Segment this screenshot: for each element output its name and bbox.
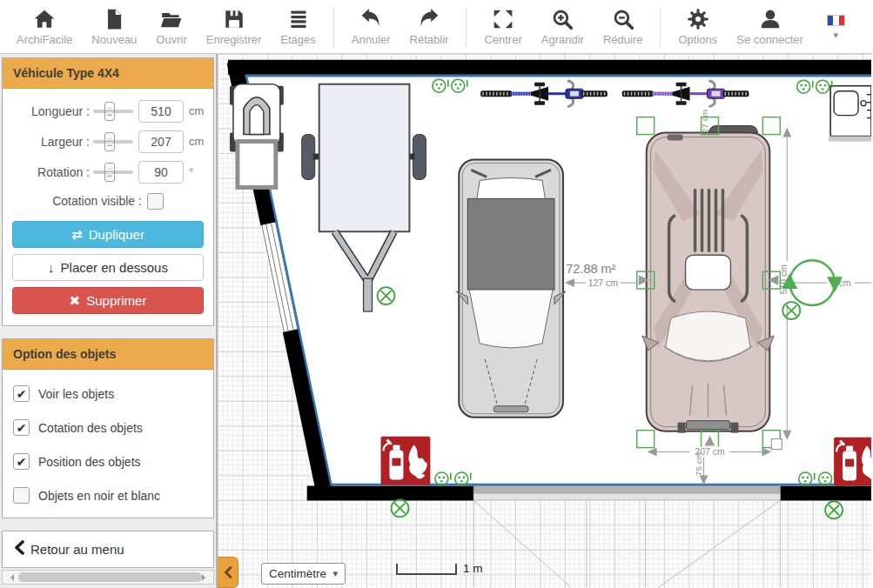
cotation-des-objets-checkbox[interactable]: ✔	[13, 419, 30, 436]
toolbar-item-agrandir[interactable]: Agrandir	[532, 1, 594, 53]
option-label: Cotation des objets	[38, 421, 143, 435]
vehicle-panel-title: Véhicule Type 4X4	[3, 58, 213, 89]
length-input[interactable]	[138, 100, 184, 123]
wall-bottom-left[interactable]	[307, 485, 473, 500]
delete-button-label: Supprimer	[86, 293, 146, 308]
object-options-body: ✔ Voir les objets ✔ Cotation des objets …	[3, 370, 213, 518]
scale-label: 1 m	[463, 562, 483, 575]
zoom-in-icon	[551, 8, 574, 30]
delete-x-icon: ✖	[70, 293, 81, 309]
language-selector[interactable]: ▾	[827, 15, 845, 38]
gap-bottom-dimension: 75 cm	[694, 452, 703, 476]
width-input[interactable]	[138, 130, 184, 153]
option-label: Position des objets	[38, 455, 141, 469]
zoom-out-icon	[612, 8, 635, 30]
option-row-objets-noir-et-blanc: Objets en noir et blanc	[3, 478, 213, 512]
duplicate-button-label: Dupliquer	[89, 227, 144, 242]
circled-x-icon[interactable]	[825, 501, 843, 518]
width-slider[interactable]	[93, 132, 133, 151]
rotation-slider[interactable]	[93, 163, 133, 182]
garage-door-swing-lines	[473, 500, 780, 587]
unit-dropdown[interactable]: Centimètre ▾	[261, 563, 346, 585]
vehicle-panel: Véhicule Type 4X4 Longueur : cm Largeur …	[2, 57, 214, 326]
length-slider[interactable]	[93, 102, 133, 121]
option-row-position-des-objets: ✔ Position des objets	[3, 444, 213, 478]
slider-handle[interactable]	[104, 102, 115, 121]
toolbar-item-label: Agrandir	[541, 33, 584, 46]
back-to-menu-button[interactable]: Retour au menu	[2, 531, 214, 568]
toolbar-item-se-connecter[interactable]: Se connecter	[727, 1, 813, 53]
vehicle-panel-body: Longueur : cm Largeur : cm Rotation : °	[3, 89, 213, 325]
toolbar-item-annuler[interactable]: Annuler	[342, 1, 400, 53]
floor-plan-canvas[interactable]: 72.88 m² 127 cm 510 cm 4 cm 2	[218, 54, 871, 588]
gap-left-dimension: 127 cm	[588, 278, 619, 288]
objets-noir-et-blanc-checkbox[interactable]	[13, 487, 30, 504]
sidebar-horizontal-scrollbar[interactable]	[2, 570, 214, 585]
rotation-field-row: Rotation : °	[3, 157, 213, 187]
toolbar-item-label: Annuler	[352, 33, 391, 46]
scroll-left-arrow-icon[interactable]	[7, 574, 14, 581]
place-below-button[interactable]: ↓ Placer en dessous	[12, 254, 204, 281]
chevron-down-icon: ▾	[834, 31, 839, 38]
toolbar-item-label: Enregistrer	[206, 33, 262, 46]
rotation-input[interactable]	[138, 161, 184, 184]
toolbar-item-label: Rétablir	[410, 33, 449, 46]
unit-dropdown-value: Centimètre	[269, 567, 326, 580]
option-row-cotation-des-objets: ✔ Cotation des objets	[3, 411, 213, 444]
scroll-right-arrow-icon[interactable]	[202, 574, 209, 581]
down-arrow-icon: ↓	[48, 260, 55, 275]
toolbar-item-label: Options	[678, 33, 717, 46]
position-des-objets-checkbox[interactable]: ✔	[13, 453, 30, 470]
scale-bar	[396, 564, 457, 575]
toolbar-item-centrer[interactable]: Centrer	[474, 1, 531, 53]
vehicle-4x4-selected[interactable]	[642, 126, 775, 433]
width-field-row: Largeur : cm	[3, 126, 213, 157]
cotation-visible-row: Cotation visible :	[3, 187, 213, 215]
scrollbar-thumb[interactable]	[18, 572, 202, 582]
cotation-visible-checkbox[interactable]	[147, 193, 164, 210]
user-icon	[759, 8, 782, 30]
delete-button[interactable]: ✖ Supprimer	[12, 287, 204, 314]
toolbar-item-label: Centrer	[484, 33, 521, 46]
wall-bottom-right[interactable]	[780, 485, 871, 500]
width-label: Largeur :	[10, 135, 93, 149]
length-field-row: Longueur : cm	[3, 96, 213, 126]
garage-door[interactable]	[473, 485, 780, 499]
toolbar-item-etages[interactable]: Etages	[271, 1, 325, 53]
sidebar: Véhicule Type 4X4 Longueur : cm Largeur …	[0, 54, 218, 588]
toolbar-item-enregistrer[interactable]: Enregistrer	[197, 1, 272, 53]
toolbar-item-archifacile[interactable]: ArchiFacile	[7, 1, 82, 53]
toolbar-item-label: Nouveau	[91, 33, 137, 46]
object-options-title: Option des objets	[3, 339, 213, 370]
toolbar-item-reduire[interactable]: Réduire	[594, 1, 653, 53]
duplicate-icon: ⇄	[71, 227, 83, 243]
slider-handle[interactable]	[104, 163, 115, 182]
toolbar-item-label: Réduire	[603, 33, 643, 46]
fire-extinguisher-sign-right[interactable]	[834, 438, 871, 486]
sink[interactable]	[829, 86, 871, 142]
home-icon	[33, 8, 56, 30]
place-below-button-label: Placer en dessous	[61, 260, 168, 275]
toolbar-item-options[interactable]: Options	[668, 1, 727, 53]
slider-handle[interactable]	[104, 132, 115, 151]
rotation-unit: °	[189, 165, 193, 178]
sidebar-collapse-tab[interactable]	[218, 557, 238, 588]
toolbar-item-label: Ouvrir	[156, 33, 186, 46]
duplicate-button[interactable]: ⇄ Dupliquer	[12, 221, 204, 248]
ride-on-mower[interactable]	[230, 84, 284, 188]
redo-icon	[418, 8, 440, 30]
center-icon	[492, 8, 514, 30]
french-flag-icon	[827, 15, 845, 26]
toolbar-item-retablir[interactable]: Rétablir	[400, 1, 459, 53]
toolbar-item-nouveau[interactable]: Nouveau	[82, 1, 146, 53]
chevron-down-icon: ▾	[332, 568, 338, 579]
toolbar-separator	[333, 7, 334, 47]
toolbar-item-ouvrir[interactable]: Ouvrir	[146, 1, 196, 53]
voir-les-objets-checkbox[interactable]: ✔	[13, 385, 30, 402]
toolbar-separator	[466, 7, 467, 47]
area-label: 72.88 m²	[566, 262, 615, 276]
fire-extinguisher-sign-left[interactable]	[381, 437, 431, 485]
circled-x-icon[interactable]	[391, 499, 408, 517]
car[interactable]	[456, 159, 566, 417]
wall-top[interactable]	[228, 60, 871, 75]
